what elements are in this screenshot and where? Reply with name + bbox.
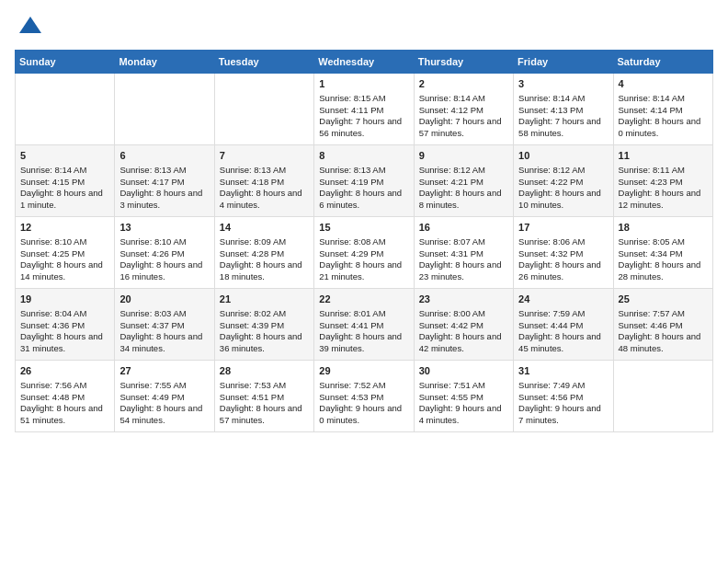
cal-cell: 22Sunrise: 8:01 AM Sunset: 4:41 PM Dayli… — [314, 289, 414, 361]
cal-cell — [16, 74, 115, 145]
cal-cell: 19Sunrise: 8:04 AM Sunset: 4:36 PM Dayli… — [16, 289, 115, 361]
calendar-page: SundayMondayTuesdayWednesdayThursdayFrid… — [0, 0, 728, 563]
day-number: 23 — [419, 293, 508, 306]
day-number: 28 — [220, 364, 309, 378]
day-header-friday: Friday — [514, 51, 613, 74]
cal-cell: 27Sunrise: 7:55 AM Sunset: 4:49 PM Dayli… — [115, 361, 214, 432]
page-header — [15, 15, 713, 40]
cal-cell: 4Sunrise: 8:14 AM Sunset: 4:14 PM Daylig… — [613, 74, 712, 145]
day-header-saturday: Saturday — [613, 51, 712, 74]
svg-marker-0 — [19, 17, 41, 33]
day-number: 2 — [419, 77, 508, 91]
day-header-sunday: Sunday — [16, 51, 115, 74]
cal-cell: 16Sunrise: 8:07 AM Sunset: 4:31 PM Dayli… — [414, 217, 513, 289]
day-info: Sunrise: 8:14 AM Sunset: 4:14 PM Dayligh… — [619, 93, 701, 138]
day-number: 4 — [619, 77, 708, 91]
day-number: 18 — [619, 221, 708, 235]
day-info: Sunrise: 7:49 AM Sunset: 4:56 PM Dayligh… — [518, 380, 601, 425]
day-info: Sunrise: 8:07 AM Sunset: 4:31 PM Dayligh… — [419, 236, 502, 282]
day-number: 17 — [518, 221, 608, 235]
day-number: 16 — [419, 221, 508, 235]
day-header-wednesday: Wednesday — [314, 51, 414, 74]
week-row-3: 12Sunrise: 8:10 AM Sunset: 4:25 PM Dayli… — [16, 217, 713, 289]
day-info: Sunrise: 8:14 AM Sunset: 4:13 PM Dayligh… — [518, 93, 601, 138]
day-header-thursday: Thursday — [414, 51, 513, 74]
day-number: 9 — [419, 149, 508, 163]
day-info: Sunrise: 8:12 AM Sunset: 4:22 PM Dayligh… — [518, 165, 601, 210]
day-info: Sunrise: 8:04 AM Sunset: 4:36 PM Dayligh… — [20, 308, 103, 353]
cal-cell: 28Sunrise: 7:53 AM Sunset: 4:51 PM Dayli… — [214, 361, 313, 432]
day-info: Sunrise: 8:14 AM Sunset: 4:12 PM Dayligh… — [419, 93, 502, 138]
cal-cell: 5Sunrise: 8:14 AM Sunset: 4:15 PM Daylig… — [16, 145, 115, 217]
day-info: Sunrise: 7:59 AM Sunset: 4:44 PM Dayligh… — [518, 308, 601, 353]
day-number: 24 — [518, 293, 608, 306]
day-info: Sunrise: 8:10 AM Sunset: 4:25 PM Dayligh… — [20, 236, 103, 282]
calendar-table: SundayMondayTuesdayWednesdayThursdayFrid… — [15, 50, 713, 432]
day-number: 3 — [518, 77, 608, 91]
day-info: Sunrise: 8:12 AM Sunset: 4:21 PM Dayligh… — [419, 165, 502, 210]
cal-cell: 10Sunrise: 8:12 AM Sunset: 4:22 PM Dayli… — [514, 145, 613, 217]
day-info: Sunrise: 8:13 AM Sunset: 4:17 PM Dayligh… — [119, 165, 202, 210]
day-info: Sunrise: 7:53 AM Sunset: 4:51 PM Dayligh… — [220, 380, 302, 425]
day-info: Sunrise: 8:02 AM Sunset: 4:39 PM Dayligh… — [220, 308, 302, 353]
day-number: 22 — [319, 293, 408, 306]
day-info: Sunrise: 7:51 AM Sunset: 4:55 PM Dayligh… — [419, 380, 502, 425]
cal-cell: 1Sunrise: 8:15 AM Sunset: 4:11 PM Daylig… — [314, 74, 414, 145]
day-number: 15 — [319, 221, 408, 235]
day-number: 29 — [319, 364, 408, 378]
day-info: Sunrise: 8:03 AM Sunset: 4:37 PM Dayligh… — [119, 308, 202, 353]
week-row-4: 19Sunrise: 8:04 AM Sunset: 4:36 PM Dayli… — [16, 289, 713, 361]
day-header-monday: Monday — [115, 51, 214, 74]
cal-cell: 18Sunrise: 8:05 AM Sunset: 4:34 PM Dayli… — [613, 217, 712, 289]
day-info: Sunrise: 8:05 AM Sunset: 4:34 PM Dayligh… — [619, 236, 701, 282]
day-number: 1 — [319, 77, 408, 91]
day-number: 25 — [619, 293, 708, 306]
day-info: Sunrise: 8:06 AM Sunset: 4:32 PM Dayligh… — [518, 236, 601, 282]
day-number: 10 — [518, 149, 608, 163]
logo-text — [15, 15, 43, 40]
day-info: Sunrise: 7:56 AM Sunset: 4:48 PM Dayligh… — [20, 380, 103, 425]
day-info: Sunrise: 8:13 AM Sunset: 4:18 PM Dayligh… — [220, 165, 302, 210]
cal-cell: 15Sunrise: 8:08 AM Sunset: 4:29 PM Dayli… — [314, 217, 414, 289]
day-number: 19 — [20, 293, 109, 306]
cal-cell: 17Sunrise: 8:06 AM Sunset: 4:32 PM Dayli… — [514, 217, 613, 289]
day-info: Sunrise: 7:52 AM Sunset: 4:53 PM Dayligh… — [319, 380, 402, 425]
day-info: Sunrise: 7:55 AM Sunset: 4:49 PM Dayligh… — [119, 380, 202, 425]
cal-cell: 12Sunrise: 8:10 AM Sunset: 4:25 PM Dayli… — [16, 217, 115, 289]
day-info: Sunrise: 8:08 AM Sunset: 4:29 PM Dayligh… — [319, 236, 402, 282]
day-header-row: SundayMondayTuesdayWednesdayThursdayFrid… — [16, 51, 713, 74]
day-header-tuesday: Tuesday — [214, 51, 313, 74]
cal-cell: 20Sunrise: 8:03 AM Sunset: 4:37 PM Dayli… — [115, 289, 214, 361]
cal-cell — [613, 361, 712, 432]
cal-cell: 23Sunrise: 8:00 AM Sunset: 4:42 PM Dayli… — [414, 289, 513, 361]
cal-cell: 29Sunrise: 7:52 AM Sunset: 4:53 PM Dayli… — [314, 361, 414, 432]
logo-icon — [17, 15, 43, 40]
cal-cell: 21Sunrise: 8:02 AM Sunset: 4:39 PM Dayli… — [214, 289, 313, 361]
day-info: Sunrise: 8:13 AM Sunset: 4:19 PM Dayligh… — [319, 165, 402, 210]
calendar-header: SundayMondayTuesdayWednesdayThursdayFrid… — [16, 51, 713, 74]
calendar-body: 1Sunrise: 8:15 AM Sunset: 4:11 PM Daylig… — [16, 74, 713, 432]
day-info: Sunrise: 8:15 AM Sunset: 4:11 PM Dayligh… — [319, 93, 402, 138]
week-row-2: 5Sunrise: 8:14 AM Sunset: 4:15 PM Daylig… — [16, 145, 713, 217]
logo — [15, 15, 43, 40]
cal-cell: 7Sunrise: 8:13 AM Sunset: 4:18 PM Daylig… — [214, 145, 313, 217]
day-info: Sunrise: 8:14 AM Sunset: 4:15 PM Dayligh… — [20, 165, 103, 210]
cal-cell: 25Sunrise: 7:57 AM Sunset: 4:46 PM Dayli… — [613, 289, 712, 361]
day-number: 5 — [20, 149, 109, 163]
cal-cell: 13Sunrise: 8:10 AM Sunset: 4:26 PM Dayli… — [115, 217, 214, 289]
day-number: 12 — [20, 221, 109, 235]
cal-cell — [214, 74, 313, 145]
day-number: 11 — [619, 149, 708, 163]
cal-cell: 14Sunrise: 8:09 AM Sunset: 4:28 PM Dayli… — [214, 217, 313, 289]
cal-cell: 9Sunrise: 8:12 AM Sunset: 4:21 PM Daylig… — [414, 145, 513, 217]
day-number: 20 — [119, 293, 209, 306]
cal-cell: 11Sunrise: 8:11 AM Sunset: 4:23 PM Dayli… — [613, 145, 712, 217]
cal-cell: 24Sunrise: 7:59 AM Sunset: 4:44 PM Dayli… — [514, 289, 613, 361]
day-number: 14 — [220, 221, 309, 235]
day-number: 27 — [119, 364, 209, 378]
day-info: Sunrise: 8:10 AM Sunset: 4:26 PM Dayligh… — [119, 236, 202, 282]
week-row-5: 26Sunrise: 7:56 AM Sunset: 4:48 PM Dayli… — [16, 361, 713, 432]
cal-cell — [115, 74, 214, 145]
day-info: Sunrise: 8:09 AM Sunset: 4:28 PM Dayligh… — [220, 236, 302, 282]
day-info: Sunrise: 8:01 AM Sunset: 4:41 PM Dayligh… — [319, 308, 402, 353]
